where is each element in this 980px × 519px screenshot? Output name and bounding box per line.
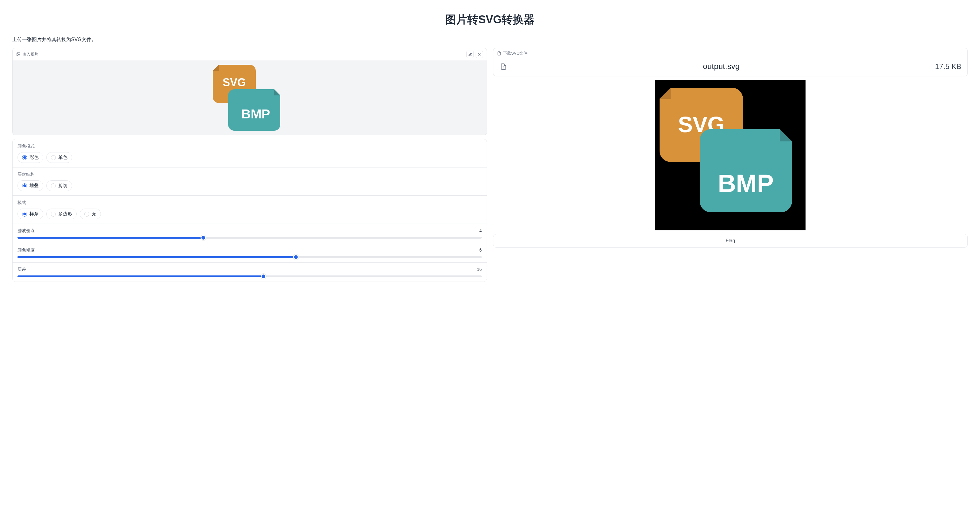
layer-difference-slider[interactable]: 层差 16 (13, 263, 487, 282)
mode-option-none[interactable]: 无 (80, 209, 101, 219)
clear-button[interactable] (476, 51, 483, 58)
edit-button[interactable] (466, 51, 474, 58)
output-file-panel: 下载SVG文件 output.svg 17.5 KB (493, 48, 968, 76)
filter-speckle-value: 4 (479, 228, 482, 234)
output-svg-preview: SVG BMP (655, 80, 805, 230)
output-bmp-text: BMP (718, 169, 774, 197)
mode-group: 模式 样条 多边形 无 (13, 196, 487, 224)
color-mode-option-color[interactable]: 彩色 (18, 152, 43, 163)
page-title: 图片转SVG转换器 (12, 12, 968, 27)
image-icon (16, 52, 21, 56)
svg-badge-text: SVG (223, 76, 246, 89)
color-mode-option-mono[interactable]: 单色 (46, 152, 72, 163)
mode-option-polygon[interactable]: 多边形 (46, 209, 77, 219)
mode-label: 模式 (18, 200, 482, 205)
output-filename: output.svg (511, 62, 932, 71)
hierarchy-group: 层次结构 堆叠 剪切 (13, 167, 487, 196)
document-icon (500, 62, 508, 70)
output-filesize: 17.5 KB (935, 62, 961, 71)
color-mode-group: 颜色模式 彩色 单色 (13, 139, 487, 167)
color-precision-label: 颜色精度 (18, 248, 35, 253)
svg-point-1 (18, 53, 18, 54)
input-header-label: 输入图片 (22, 51, 38, 57)
mode-option-spline[interactable]: 样条 (18, 209, 43, 219)
output-file-row[interactable]: output.svg 17.5 KB (493, 59, 967, 76)
output-header-label: 下载SVG文件 (503, 51, 527, 56)
filter-speckle-label: 滤波斑点 (18, 228, 35, 234)
page-subtitle: 上传一张图片并将其转换为SVG文件。 (12, 37, 968, 43)
color-mode-label: 颜色模式 (18, 143, 482, 149)
layer-difference-label: 层差 (18, 267, 26, 272)
bmp-badge-text: BMP (241, 107, 270, 121)
layer-difference-value: 16 (477, 267, 482, 272)
file-icon (497, 51, 501, 56)
color-precision-value: 6 (479, 248, 482, 253)
hierarchy-label: 层次结构 (18, 172, 482, 177)
close-icon (477, 53, 481, 56)
hierarchy-option-cut[interactable]: 剪切 (46, 180, 72, 191)
output-preview-panel: SVG BMP (493, 80, 968, 230)
filter-speckle-slider[interactable]: 滤波斑点 4 (13, 224, 487, 243)
input-image-panel: 输入图片 SVG (12, 48, 487, 135)
hierarchy-option-stacked[interactable]: 堆叠 (18, 180, 43, 191)
flag-button[interactable]: Flag (493, 234, 968, 248)
controls-panel: 颜色模式 彩色 单色 层次结构 堆叠 剪切 模式 样条 多边形 无 (12, 139, 487, 282)
input-image-preview[interactable]: SVG BMP (13, 60, 487, 135)
color-precision-slider[interactable]: 颜色精度 6 (13, 243, 487, 263)
pencil-icon (468, 53, 472, 56)
